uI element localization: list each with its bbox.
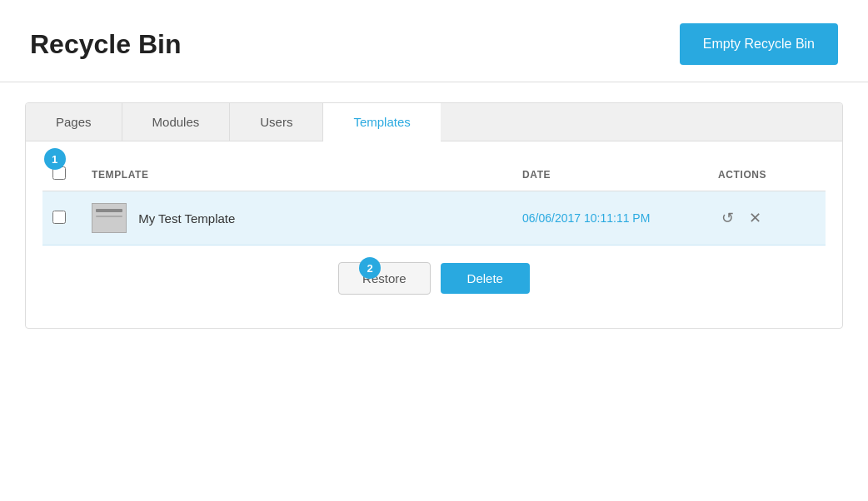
col-header-actions: ACTIONS [708,158,826,191]
step-badge-2: 2 [359,257,381,279]
templates-table: 1 TEMPLATE DATE ACTIONS [42,158,826,246]
page-wrapper: Recycle Bin Empty Recycle Bin Pages Modu… [0,0,868,501]
col-header-check: 1 [42,158,82,191]
table-area: 1 TEMPLATE DATE ACTIONS [26,141,842,328]
empty-recycle-bin-button[interactable]: Empty Recycle Bin [680,23,838,65]
tab-container: Pages Modules Users Templates 1 [25,102,843,329]
tabs-bar: Pages Modules Users Templates [26,103,842,141]
page-title: Recycle Bin [30,29,181,60]
delete-row-button[interactable]: ✕ [746,207,765,229]
row-template-cell: My Test Template [82,191,512,246]
row-actions-cell: ↺ ✕ [708,191,826,246]
template-name: My Test Template [138,211,235,226]
table-row: My Test Template 06/06/2017 10:11:11 PM … [42,191,826,246]
tab-modules[interactable]: Modules [122,103,231,141]
col-header-template: TEMPLATE [82,158,512,191]
tab-templates[interactable]: Templates [323,103,440,141]
header: Recycle Bin Empty Recycle Bin [0,0,868,82]
template-thumbnail [92,203,127,233]
delete-button[interactable]: Delete [441,263,530,294]
col-header-date: DATE [512,158,708,191]
row-date-cell: 06/06/2017 10:11:11 PM [512,191,708,246]
bottom-actions: 2 Restore Delete [42,246,826,303]
row-checkbox[interactable] [52,211,66,224]
restore-button[interactable]: Restore [338,262,431,295]
restore-row-button[interactable]: ↺ [718,207,737,229]
main-content: Pages Modules Users Templates 1 [0,82,868,349]
tab-pages[interactable]: Pages [26,103,122,141]
row-checkbox-cell [42,191,82,246]
actions-cell: ↺ ✕ [718,207,816,229]
step-badge-1: 1 [44,148,66,170]
tab-users[interactable]: Users [230,103,323,141]
